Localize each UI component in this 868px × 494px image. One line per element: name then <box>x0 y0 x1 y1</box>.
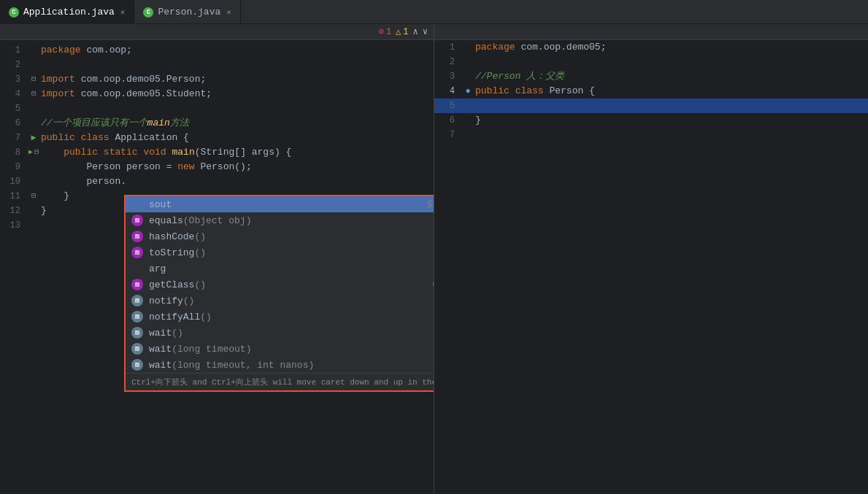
code-line-2: 2 <box>0 58 434 72</box>
code-line-3: 3 ⊟ import com.oop.demo05.Person; <box>0 72 434 87</box>
ac-icon-m-hashcode: m <box>131 231 143 242</box>
code-line-10: 10 person. <box>0 174 434 189</box>
collapse-icon-8[interactable]: ⊟ <box>34 145 39 160</box>
code-line-4: 4 ⊟ import com.oop.demo05.Student; <box>0 87 434 101</box>
ac-icon-m-wait3: m <box>131 359 143 371</box>
ac-footer: Ctrl+向下箭头 and Ctrl+向上箭头 will move caret … <box>126 373 434 390</box>
ac-icon-m-notifyall: m <box>131 311 143 323</box>
tab-label-person: Person.java <box>158 7 220 18</box>
right-code-line-4: 4 ● public class Person { <box>434 84 868 99</box>
ac-item-tostring[interactable]: m toString() String <box>126 244 434 260</box>
editor-area: ⊘ 1 △ 1 ∧ ∨ 1 package com.oop; 2 <box>0 24 868 494</box>
java-file-icon: C <box>9 7 19 18</box>
collapse-icon-11[interactable]: ⊟ <box>31 189 36 204</box>
collapse-icon-3[interactable]: ⊟ <box>31 72 36 87</box>
right-code-line-6: 6 } <box>434 113 868 128</box>
down-arrow-btn[interactable]: ∨ <box>423 26 428 37</box>
ac-item-arg[interactable]: arg functionCall(expr) <box>126 260 434 277</box>
ac-item-wait2[interactable]: m wait(long timeout) void <box>126 341 434 357</box>
right-code-line-3: 3 //Person 人：父类 <box>434 69 868 84</box>
java-file-icon-person: C <box>143 7 153 18</box>
code-line-9: 9 Person person = new Person(); <box>0 160 434 174</box>
tab-bar: C Application.java ✕ C Person.java ✕ <box>0 0 868 24</box>
tab-label-application: Application.java <box>23 7 115 18</box>
ac-icon-m-tostring: m <box>131 247 143 258</box>
ac-icon-m-wait2: m <box>131 343 143 355</box>
run-arrow-8[interactable]: ▶ <box>28 145 33 160</box>
warning-badge: △ 1 <box>396 26 408 37</box>
ac-item-equals[interactable]: m equals(Object obj) boolean <box>126 212 434 228</box>
ac-item-notifyall[interactable]: m notifyAll() void <box>126 309 434 325</box>
code-line-6: 6 //一个项目应该只有一个main方法 <box>0 116 434 131</box>
tab-person-java[interactable]: C Person.java ✕ <box>134 0 240 24</box>
ac-icon-m-getclass: m <box>131 279 143 290</box>
right-code-line-2: 2 <box>434 55 868 69</box>
tab-application-java[interactable]: C Application.java ✕ <box>0 0 134 24</box>
ac-item-wait1[interactable]: m wait() void <box>126 325 434 341</box>
error-badge: ⊘ 1 <box>379 26 391 37</box>
ac-icon-sout <box>131 198 143 210</box>
code-line-5: 5 <box>0 101 434 116</box>
code-content-right: 1 package com.oop.demo05; 2 3 //Person 人… <box>434 40 868 494</box>
right-code-line-1: 1 package com.oop.demo05; <box>434 40 868 55</box>
code-line-8: 8 ▶ ⊟ public static void main(String[] a… <box>0 145 434 160</box>
left-editor-pane: ⊘ 1 △ 1 ∧ ∨ 1 package com.oop; 2 <box>0 24 434 494</box>
ac-icon-arg <box>131 263 143 274</box>
close-application-tab[interactable]: ✕ <box>120 7 126 17</box>
right-editor-pane: 1 package com.oop.demo05; 2 3 //Person 人… <box>434 24 868 494</box>
collapse-icon-4[interactable]: ⊟ <box>31 87 36 101</box>
close-person-tab[interactable]: ✕ <box>226 7 231 17</box>
right-code-line-7: 7 <box>434 128 868 142</box>
ac-item-wait3[interactable]: m wait(long timeout, int nanos) void <box>126 357 434 373</box>
code-line-7: 7 ▶ public class Application { <box>0 131 434 145</box>
ac-item-sout[interactable]: sout System.out.println(expr) <box>126 196 434 212</box>
ac-icon-m-equals: m <box>131 215 143 226</box>
warning-icon: △ <box>396 26 401 37</box>
ac-item-getclass[interactable]: m getClass() Class<? extends Person> <box>126 277 434 293</box>
ac-icon-m-notify: m <box>131 295 143 306</box>
warning-count: 1 <box>403 27 408 37</box>
code-line-1: 1 package com.oop; <box>0 43 434 58</box>
ac-item-hashcode[interactable]: m hashCode() int <box>126 228 434 244</box>
error-icon: ⊘ <box>379 26 384 37</box>
ac-item-notify[interactable]: m notify() void <box>126 293 434 309</box>
autocomplete-popup: sout System.out.println(expr) m equals(O… <box>124 195 434 392</box>
right-code-line-5: 5 <box>434 99 868 113</box>
error-count: 1 <box>386 27 391 37</box>
up-arrow-btn[interactable]: ∧ <box>413 26 418 37</box>
ac-hint-text: Ctrl+向下箭头 and Ctrl+向上箭头 will move caret … <box>131 377 434 387</box>
ac-icon-m-wait1: m <box>131 327 143 339</box>
error-bar: ⊘ 1 △ 1 ∧ ∨ <box>0 24 434 40</box>
run-arrow-7[interactable]: ▶ <box>31 131 36 145</box>
right-pane-header <box>434 24 868 40</box>
